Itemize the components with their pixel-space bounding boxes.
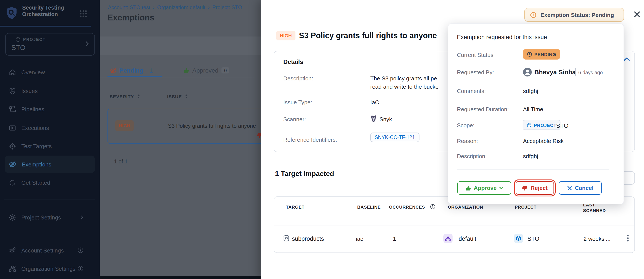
- status-tabs: Pending 1 Approved 0: [100, 65, 270, 77]
- module-grid-icon[interactable]: [79, 9, 88, 18]
- chevron-up-icon[interactable]: [624, 57, 630, 61]
- breadcrumb-separator: ›: [153, 4, 154, 10]
- sidebar-item-label: Executions: [21, 124, 49, 131]
- gear-icon: [9, 214, 16, 221]
- severity-badge: HIGH: [276, 31, 295, 40]
- app-title-line1: Security Testing: [22, 5, 64, 11]
- col-header-occurrences: OCCURRENCES: [389, 205, 425, 210]
- breadcrumb-organization[interactable]: Organization: default: [157, 4, 206, 10]
- sort-icon: [136, 93, 141, 99]
- sidebar-item-label: Overview: [21, 69, 45, 75]
- breadcrumb-project[interactable]: Project: STO: [212, 4, 242, 10]
- sidebar-item-executions[interactable]: Executions: [0, 119, 95, 136]
- comments-label: Comments:: [457, 88, 486, 94]
- sidebar-item-project-settings[interactable]: Project Settings: [0, 209, 95, 226]
- sidebar-item-exemptions[interactable]: Exemptions: [5, 156, 95, 173]
- description-label: Description:: [283, 75, 313, 82]
- cell-baseline: iac: [356, 236, 363, 242]
- info-icon[interactable]: [78, 266, 84, 272]
- pipelines-icon: [9, 105, 16, 113]
- tab-approved-count: 0: [222, 67, 229, 73]
- eye-slash-icon: [9, 160, 16, 168]
- sto-shield-logo: [6, 6, 18, 19]
- sidebar-item-label: Pipelines: [21, 106, 44, 112]
- pending-status-badge: PENDING: [523, 49, 560, 59]
- cell-organization: default: [459, 236, 476, 242]
- requested-by-label: Requested By:: [457, 69, 494, 76]
- scope-project-chip: PROJECT: [522, 120, 560, 130]
- status-banner-label: Exemption Status: Pending: [540, 11, 614, 18]
- sidebar-item-label: Get Started: [21, 179, 50, 186]
- tab-pending[interactable]: Pending 1: [110, 67, 153, 74]
- org-gear-icon: [9, 265, 16, 272]
- sidebar-item-pipelines[interactable]: Pipelines: [0, 100, 95, 118]
- sidebar-item-get-started[interactable]: Get Started: [0, 174, 95, 191]
- scanner-label: Scanner:: [283, 116, 306, 123]
- issue-header-label: ISSUE: [167, 94, 182, 99]
- reference-chip-wrap: SNYK-CC-TF-121: [370, 133, 419, 142]
- table-header-divider: [274, 226, 634, 226]
- scanner-value: Snyk: [380, 116, 392, 123]
- exemptions-page: Account: STO test›Organization: default›…: [100, 0, 270, 279]
- duration-value: All Time: [523, 106, 543, 113]
- list-header-issue[interactable]: ISSUE: [167, 93, 189, 99]
- tab-pending-label: Pending: [119, 67, 143, 74]
- sort-icon: [184, 93, 189, 99]
- requested-by-time: 6 days ago: [578, 70, 603, 75]
- pending-status-text: PENDING: [534, 52, 556, 57]
- tabs-divider: [100, 77, 270, 77]
- description-value: sdfghj: [523, 153, 538, 160]
- cancel-button[interactable]: Cancel: [559, 181, 602, 195]
- reason-value: Acceptable Risk: [523, 138, 564, 144]
- reject-button[interactable]: Reject: [516, 181, 554, 195]
- sidebar-divider: [4, 199, 95, 200]
- col-header-target: TARGET: [286, 205, 304, 210]
- sidebar-item-account-settings[interactable]: Account Settings: [0, 242, 95, 259]
- thumbs-up-icon: [465, 185, 471, 191]
- list-header-severity[interactable]: SEVERITY: [110, 93, 141, 99]
- severity-header-label: SEVERITY: [110, 94, 134, 99]
- col-header-baseline: BASELINE: [357, 205, 381, 210]
- clock-icon: [530, 11, 536, 18]
- sidebar-item-issues[interactable]: Issues: [0, 82, 95, 99]
- targets-heading: 1 Target Impacted: [275, 170, 334, 178]
- active-tab-indicator: [108, 76, 162, 77]
- details-heading: Details: [283, 58, 303, 65]
- sidebar-item-label: Test Targets: [21, 143, 52, 149]
- exemption-row-selected[interactable]: HIGH S3 Policy grants full rights to any…: [108, 109, 269, 144]
- cell-last-scanned: 2 weeks ...: [584, 236, 610, 242]
- cell-target[interactable]: subproducts: [292, 236, 324, 242]
- sidebar-divider: [4, 234, 95, 234]
- row-menu-icon[interactable]: [625, 234, 631, 243]
- chevron-right-icon: [80, 215, 84, 220]
- comments-value: sdfghj: [523, 88, 538, 94]
- scope-value: STO: [556, 122, 568, 129]
- info-icon[interactable]: [78, 247, 84, 253]
- severity-badge: HIGH: [115, 120, 134, 131]
- description-label: Description:: [457, 153, 487, 160]
- sidebar-item-label: Organization Settings: [21, 265, 76, 272]
- exemption-request-popup: Exemption requested for this issue Curre…: [448, 23, 624, 204]
- close-icon[interactable]: [633, 10, 641, 18]
- reference-identifier-chip[interactable]: SNYK-CC-TF-121: [370, 133, 419, 142]
- tab-approved[interactable]: Approved 0: [183, 67, 229, 74]
- bottom-bar: [100, 277, 270, 279]
- sidebar-item-label: Issues: [21, 88, 38, 94]
- project-selector[interactable]: PROJECT STO: [5, 33, 95, 56]
- thumbs-up-icon: [183, 67, 189, 73]
- requested-by-name: Bhavya Sinha: [534, 69, 576, 76]
- current-status-label: Current Status: [457, 52, 494, 58]
- sidebar-item-organization-settings[interactable]: Organization Settings: [0, 260, 95, 277]
- approve-button[interactable]: Approve: [457, 181, 511, 195]
- tab-approved-label: Approved: [192, 67, 218, 74]
- breadcrumb-account[interactable]: Account: STO test: [108, 4, 150, 10]
- info-icon[interactable]: [430, 204, 436, 210]
- module-accent-bar: [0, 26, 92, 26]
- scope-label: Scope:: [457, 122, 474, 129]
- chevron-right-icon: [85, 41, 89, 47]
- sidebar-item-overview[interactable]: Overview: [0, 63, 95, 81]
- sidebar-item-label: Account Settings: [21, 247, 64, 254]
- sidebar-item-test-targets[interactable]: Test Targets: [0, 137, 95, 155]
- organization-icon: [444, 234, 452, 243]
- reference-label: Reference Identifiers:: [283, 136, 337, 143]
